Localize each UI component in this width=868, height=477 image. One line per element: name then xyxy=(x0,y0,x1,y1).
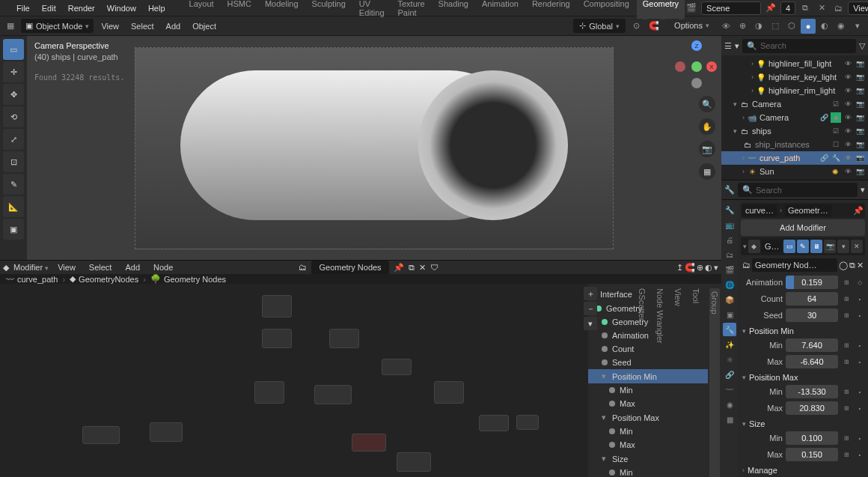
nh-select[interactable]: Select xyxy=(85,263,117,272)
dot-icon[interactable]: • xyxy=(855,294,865,304)
tool-measure[interactable]: 📐 xyxy=(3,196,24,217)
editor-type-outliner-icon[interactable]: ☰ xyxy=(724,41,732,51)
attribute-toggle-icon[interactable]: ⊞ xyxy=(841,277,852,288)
section-size[interactable]: ▾Size xyxy=(741,417,865,429)
constraint-icon[interactable]: ◆ xyxy=(831,112,841,123)
render-icon[interactable]: 📷 xyxy=(855,85,865,96)
tool-select-box[interactable]: ▭ xyxy=(3,39,24,60)
mod-display-edit[interactable]: ✎ xyxy=(797,240,809,253)
checkbox-icon[interactable]: ☑ xyxy=(831,99,841,109)
mode-select[interactable]: ▣ Object Mode ▾ xyxy=(21,19,94,33)
scene-pin-icon[interactable]: 📌 xyxy=(764,1,777,15)
iface-input-geometry[interactable]: Geometry xyxy=(588,315,708,329)
snap-icon[interactable]: 🧲 xyxy=(647,19,661,34)
scene-name-field[interactable]: Scene xyxy=(701,1,761,15)
dot-icon[interactable]: • xyxy=(855,449,865,460)
iface-input-count[interactable]: Count xyxy=(588,342,708,356)
tool-annotate[interactable]: ✎ xyxy=(3,174,24,195)
iface-posmin-max[interactable]: Max xyxy=(588,397,708,410)
menu-window[interactable]: Window xyxy=(101,4,142,13)
menu-edit[interactable]: Edit xyxy=(36,4,62,13)
tool-add-primitive[interactable]: ▣ xyxy=(3,219,24,240)
iface-posmax-max[interactable]: Max xyxy=(588,438,708,452)
overlays-icon[interactable]: ◑ xyxy=(751,19,766,34)
attribute-toggle-icon[interactable]: ⊞ xyxy=(841,294,852,304)
val-posmin-max[interactable]: -6.640 xyxy=(786,355,838,368)
prop-tab-particles[interactable]: ✨ xyxy=(723,338,736,351)
node-parent-icon[interactable]: ↥ xyxy=(676,263,683,273)
outliner-item-sun[interactable]: › ☀ Sun ✺ 👁📷 xyxy=(721,165,868,178)
dot-icon[interactable]: • xyxy=(855,356,865,367)
vh-object[interactable]: Object xyxy=(188,22,221,31)
outliner-item-key-light[interactable]: › 💡 highliner_key_light 👁📷 xyxy=(721,70,868,84)
render-icon[interactable]: 📷 xyxy=(855,139,865,150)
tool-transform[interactable]: ⊡ xyxy=(3,151,24,172)
eye-icon[interactable]: 👁 xyxy=(843,112,853,123)
val-size-min[interactable]: 0.100 xyxy=(786,431,838,445)
prop-tab-scene[interactable]: 🎬 xyxy=(723,263,736,276)
outliner-item-fill-light[interactable]: › 💡 highliner_fill_light 👁📷 xyxy=(721,57,868,70)
nh-node[interactable]: Node xyxy=(149,263,177,272)
iface-panel-posmin[interactable]: ▾Position Min xyxy=(588,369,708,383)
editor-type-geonodes-icon[interactable]: ◆ xyxy=(3,263,9,273)
val-seed[interactable]: 30 xyxy=(786,309,838,322)
pan-icon[interactable]: ✋ xyxy=(699,118,715,135)
render-icon[interactable]: 📷 xyxy=(855,112,865,123)
sidebar-tab-group[interactable]: Group xyxy=(709,288,720,477)
prop-tab-texture[interactable]: ▦ xyxy=(723,413,736,426)
prop-tab-constraints[interactable]: 🔗 xyxy=(723,368,736,381)
render-icon[interactable]: 📷 xyxy=(855,126,865,136)
options-dropdown[interactable]: Options ▾ xyxy=(667,19,717,31)
gizmo-x-axis[interactable]: X xyxy=(706,61,717,72)
expand-icon[interactable]: › xyxy=(742,114,745,121)
tab-uv[interactable]: UV Editing xyxy=(353,0,391,19)
visibility-icon[interactable]: 👁 xyxy=(718,19,733,34)
outliner-item-camera[interactable]: › 📹 Camera 🔗◆👁📷 xyxy=(721,111,868,124)
outliner-collection-ship-instances[interactable]: 🗀 ship_instances ☐👁📷 xyxy=(721,138,868,151)
prop-tab-modifier[interactable]: 🔧 xyxy=(723,323,736,336)
nodegroup-name-field[interactable]: Geometry Nod… xyxy=(752,258,837,272)
node-canvas[interactable] xyxy=(0,284,588,477)
node[interactable] xyxy=(314,385,352,404)
interface-menu[interactable]: ▾ xyxy=(584,317,597,330)
modifier-select[interactable]: Modifier ▾ xyxy=(13,263,49,272)
node[interactable] xyxy=(479,415,509,431)
dot-icon[interactable]: • xyxy=(855,340,865,350)
mod-menu-icon[interactable]: ▾ xyxy=(837,240,849,253)
iface-output-geometry[interactable]: Geometry xyxy=(588,302,708,315)
node-color-icon[interactable]: ◐ xyxy=(705,263,712,273)
node[interactable] xyxy=(82,426,120,444)
node[interactable] xyxy=(397,452,431,472)
remove-interface-item[interactable]: － xyxy=(584,302,597,315)
node-options-icon[interactable]: ▾ xyxy=(714,263,718,273)
eye-icon[interactable]: 👁 xyxy=(843,166,853,177)
prop-tab-data[interactable]: 〰 xyxy=(723,383,736,396)
nodegroup-browse-icon[interactable]: 🗂 xyxy=(299,263,307,272)
crumb-group[interactable]: ◆ GeometryNodes xyxy=(70,274,138,284)
val-animation[interactable]: 0.159 xyxy=(786,276,838,289)
expand-icon[interactable]: › xyxy=(751,87,754,94)
nodegroup-copy-icon[interactable]: ⧉ xyxy=(849,261,855,270)
outliner-collection-ships[interactable]: ▾ 🗀 ships ☑👁📷 xyxy=(721,124,868,138)
tab-sculpting[interactable]: Sculpting xyxy=(306,0,352,19)
crumb-obj[interactable]: curve… xyxy=(742,204,777,216)
nodegroup-unlink-icon[interactable]: ✕ xyxy=(419,263,426,273)
tab-modeling[interactable]: Modeling xyxy=(259,0,305,19)
val-posmin-min[interactable]: 7.640 xyxy=(786,338,838,352)
eye-icon[interactable]: 👁 xyxy=(843,153,853,163)
val-posmax-min[interactable]: -13.530 xyxy=(786,385,838,398)
node-overlay-icon[interactable]: ⊕ xyxy=(697,263,703,273)
attribute-toggle-icon[interactable]: ⊞ xyxy=(841,449,852,460)
iface-input-seed[interactable]: Seed xyxy=(588,356,708,369)
render-icon[interactable]: 📷 xyxy=(855,72,865,82)
iface-panel-posmax[interactable]: ▾Position Max xyxy=(588,410,708,425)
tab-texture[interactable]: Texture Paint xyxy=(392,0,431,19)
keyframe-icon[interactable]: ◇ xyxy=(855,277,865,288)
nodegroup-pin-icon[interactable]: 📌 xyxy=(394,263,404,273)
persp-ortho-icon[interactable]: ▦ xyxy=(699,163,715,180)
eye-icon[interactable]: 👁 xyxy=(843,72,853,82)
node[interactable] xyxy=(516,415,539,430)
eye-icon[interactable]: 👁 xyxy=(843,99,853,109)
node[interactable] xyxy=(434,381,464,404)
nodegroup-fake-icon[interactable]: 🛡 xyxy=(430,263,438,272)
